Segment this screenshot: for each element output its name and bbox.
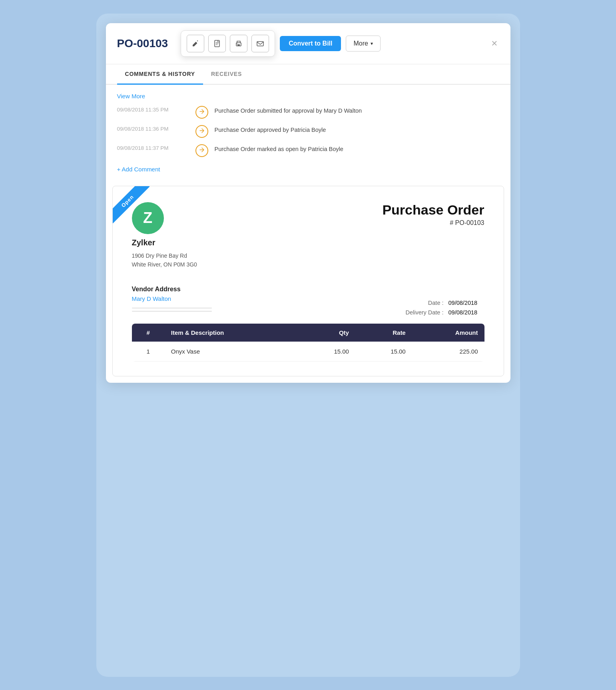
tab-receives[interactable]: RECEIVES [203,64,250,85]
history-list: 09/08/2018 11:35 PM Purchase Order submi… [117,106,499,157]
open-ribbon: Open [113,186,150,223]
vendor-address: 1906 Dry Pine Bay Rd White River, ON P0M… [132,251,197,269]
print-icon [235,40,243,48]
po-dates: Date : 09/08/2018 Delivery Date : 09/08/… [405,300,484,316]
open-ribbon-wrap: Open [113,186,157,230]
history-text-2: Purchase Order approved by Patricia Boyl… [215,125,326,133]
col-header-rate: Rate [355,324,412,342]
pdf-icon [213,40,221,48]
date-value: 09/08/2018 [449,300,484,306]
po-document-title: Purchase Order [382,202,484,218]
modal-header: PO-00103 [106,23,510,64]
history-event-icon-3 [199,147,205,154]
col-header-num: # [132,324,165,342]
history-timestamp-1: 09/08/2018 11:35 PM [117,106,189,113]
delivery-date-value: 09/08/2018 [449,309,484,316]
close-button[interactable]: × [490,37,499,50]
history-event-icon-2 [199,128,205,135]
pdf-button[interactable] [208,35,226,52]
cell-num: 1 [132,342,165,362]
po-title: PO-00103 [117,37,168,50]
col-header-item: Item & Description [165,324,299,342]
modal-container: PO-00103 [106,23,510,383]
po-document-number: # PO-00103 [382,219,484,227]
tabs-bar: COMMENTS & HISTORY RECEIVES [106,64,510,85]
cell-amount: 225.00 [412,342,484,362]
col-header-amount: Amount [412,324,484,342]
po-delivery-date-row: Delivery Date : 09/08/2018 [405,309,484,316]
middle-section: Vendor Address Mary D Walton Date : 09/0… [132,278,484,316]
history-timestamp-2: 09/08/2018 11:36 PM [117,125,189,132]
history-text-3: Purchase Order marked as open by Patrici… [215,144,343,152]
history-icon-wrap-1 [195,106,208,119]
more-button[interactable]: More ▾ [346,36,380,52]
vendor-address-label: Vendor Address [132,286,212,293]
col-header-qty: Qty [299,324,355,342]
history-text-1: Purchase Order submitted for approval by… [215,106,362,114]
convert-to-bill-button[interactable]: Convert to Bill [280,36,341,51]
history-icon-wrap-3 [195,144,208,157]
email-icon [256,40,264,48]
table-header-row: # Item & Description Qty Rate Amount [132,324,484,342]
history-item: 09/08/2018 11:37 PM Purchase Order marke… [117,144,499,157]
vendor-address-section: Vendor Address Mary D Walton [132,286,212,312]
print-button[interactable] [230,35,247,52]
svg-rect-2 [237,44,240,46]
delivery-date-label: Delivery Date : [405,309,443,316]
history-item: 09/08/2018 11:36 PM Purchase Order appro… [117,125,499,138]
date-label: Date : [428,300,444,306]
table-row: 1 Onyx Vase 15.00 15.00 225.00 [132,342,484,362]
history-item: 09/08/2018 11:35 PM Purchase Order submi… [117,106,499,119]
edit-icon [191,40,199,48]
chevron-down-icon: ▾ [371,41,373,46]
po-doc-top: Z Zylker 1906 Dry Pine Bay Rd White Rive… [132,202,484,269]
cell-item: Onyx Vase [165,342,299,362]
history-timestamp-3: 09/08/2018 11:37 PM [117,144,189,151]
address-line-2 [132,311,212,312]
toolbar-popup [181,30,275,57]
email-button[interactable] [251,35,269,52]
history-event-icon-1 [199,109,205,115]
tab-comments-history[interactable]: COMMENTS & HISTORY [117,64,203,85]
vendor-name: Zylker [132,238,197,247]
cell-qty: 15.00 [299,342,355,362]
po-title-block: Purchase Order # PO-00103 [382,202,484,227]
po-document: Open Z Zylker 1906 Dry Pine Bay Rd White… [112,186,504,377]
outer-frame: PO-00103 [96,14,520,677]
edit-button[interactable] [187,35,204,52]
svg-rect-4 [257,42,263,46]
svg-point-3 [237,44,237,44]
po-doc-inner: Z Zylker 1906 Dry Pine Bay Rd White Rive… [113,186,504,376]
view-more-link[interactable]: View More [117,93,146,99]
history-icon-wrap-2 [195,125,208,138]
po-table: # Item & Description Qty Rate Amount 1 O… [132,324,484,362]
address-line-1 [132,308,212,308]
po-date-row: Date : 09/08/2018 [405,300,484,306]
vendor-address-contact[interactable]: Mary D Walton [132,295,212,302]
comments-section: View More 09/08/2018 11:35 PM Purchase O… [106,85,510,183]
cell-rate: 15.00 [355,342,412,362]
add-comment-link[interactable]: + Add Comment [117,166,160,173]
address-lines [132,308,212,312]
